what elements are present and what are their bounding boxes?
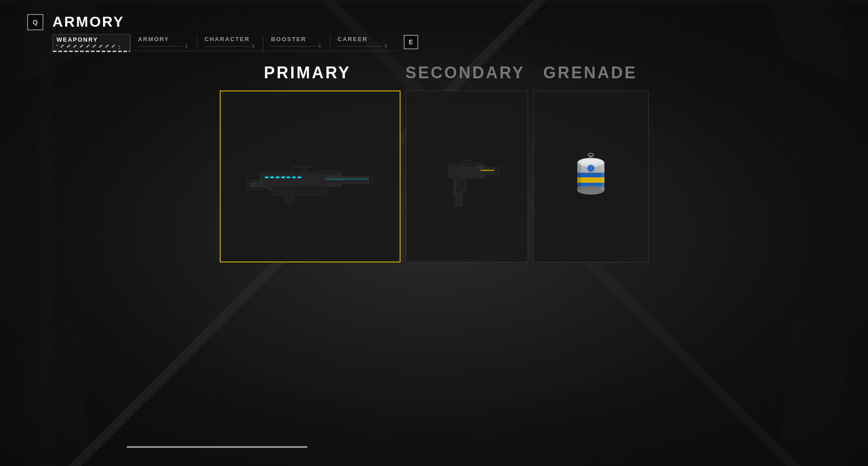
career-tab-line <box>338 46 383 47</box>
page-title: ARMORY <box>52 14 124 30</box>
e-button[interactable]: E <box>404 35 418 49</box>
armory-tab-line <box>138 46 183 47</box>
svg-rect-28 <box>276 176 279 178</box>
svg-point-68 <box>578 186 604 194</box>
svg-rect-25 <box>272 185 326 195</box>
active-tab-indicator <box>57 45 115 49</box>
svg-rect-27 <box>270 176 274 178</box>
secondary-weapon-svg <box>431 138 503 215</box>
tab-weaponry[interactable]: WEAPONRY 1 <box>52 34 130 51</box>
weaponry-tab-label: WEAPONRY <box>57 36 98 43</box>
tab-armory[interactable]: ARMORY 2 <box>131 34 197 51</box>
svg-rect-51 <box>454 179 456 195</box>
weaponry-tab-number: 1 <box>118 44 121 50</box>
bottom-nav-indicator <box>127 446 307 448</box>
primary-label: PRIMARY <box>264 63 351 82</box>
primary-weapon-svg <box>238 140 382 213</box>
secondary-weapon-slot[interactable] <box>406 90 528 262</box>
booster-tab-number: 4 <box>318 43 321 49</box>
svg-rect-77 <box>601 163 604 190</box>
svg-point-73 <box>588 153 594 156</box>
character-tab-line <box>204 46 250 47</box>
tab-booster[interactable]: BOOSTER 4 <box>264 34 330 51</box>
secondary-label: SECONDARY <box>406 63 525 82</box>
primary-weapon-slot[interactable] <box>220 90 401 262</box>
svg-rect-41 <box>326 177 369 178</box>
booster-tab-line <box>271 46 316 47</box>
category-headers: PRIMARY SECONDARY GRENADE <box>217 63 651 82</box>
secondary-weapon-image <box>406 91 528 262</box>
grenade-weapon-slot[interactable] <box>533 90 649 262</box>
svg-rect-24 <box>369 176 373 185</box>
svg-rect-74 <box>577 172 604 173</box>
svg-point-35 <box>302 168 305 171</box>
svg-rect-65 <box>577 177 604 183</box>
main-content: PRIMARY SECONDARY GRENADE <box>0 59 868 466</box>
svg-rect-42 <box>326 179 369 180</box>
svg-rect-30 <box>287 176 290 178</box>
booster-tab-label: BOOSTER <box>271 36 306 43</box>
primary-weapon-image <box>221 91 400 262</box>
svg-rect-31 <box>292 176 296 178</box>
svg-point-48 <box>466 161 468 164</box>
svg-rect-18 <box>57 45 115 48</box>
armory-tab-label: ARMORY <box>138 36 169 43</box>
svg-rect-75 <box>577 187 604 188</box>
weapon-slots <box>220 90 649 262</box>
grenade-svg <box>564 140 618 213</box>
tab-character[interactable]: CHARACTER 3 <box>197 34 263 51</box>
svg-rect-36 <box>285 190 293 204</box>
svg-rect-26 <box>265 176 269 178</box>
nav-tabs: WEAPONRY 1 ARMORY <box>52 34 841 51</box>
career-tab-number: 5 <box>385 43 387 49</box>
title-bar: Q ARMORY <box>27 14 841 30</box>
svg-rect-64 <box>577 173 604 177</box>
svg-point-63 <box>582 158 600 164</box>
q-button[interactable]: Q <box>27 14 43 30</box>
svg-rect-29 <box>281 176 285 178</box>
svg-rect-76 <box>577 163 581 190</box>
primary-category-header: PRIMARY <box>217 63 398 82</box>
grenade-label: GRENADE <box>543 63 637 82</box>
tab-career[interactable]: CAREER 5 <box>330 34 396 51</box>
svg-rect-32 <box>297 176 301 178</box>
career-tab-label: CAREER <box>338 36 368 43</box>
svg-rect-15 <box>0 0 868 4</box>
secondary-category-header: SECONDARY <box>404 63 526 82</box>
grenade-category-header: GRENADE <box>533 63 648 82</box>
header: Q ARMORY WEAPONRY 1 <box>27 14 841 51</box>
character-tab-number: 3 <box>251 43 254 49</box>
svg-rect-52 <box>481 170 494 171</box>
svg-rect-50 <box>456 192 462 206</box>
character-tab-label: CHARACTER <box>204 36 250 43</box>
grenade-weapon-image <box>534 91 648 262</box>
svg-rect-53 <box>478 166 482 169</box>
armory-tab-number: 2 <box>185 43 188 49</box>
svg-rect-45 <box>495 167 499 175</box>
svg-point-71 <box>590 167 592 170</box>
